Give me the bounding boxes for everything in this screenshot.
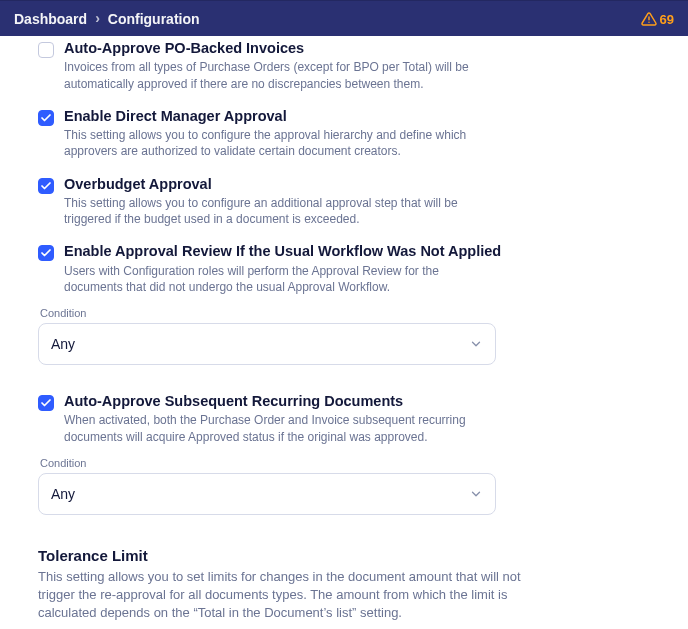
breadcrumb-separator: ›: [95, 10, 100, 26]
option-desc: This setting allows you to configure the…: [64, 127, 494, 159]
condition-select-1[interactable]: Any: [38, 323, 496, 365]
option-approval-review: Enable Approval Review If the Usual Work…: [38, 239, 650, 297]
option-desc: Invoices from all types of Purchase Orde…: [64, 59, 494, 91]
option-title: Enable Approval Review If the Usual Work…: [64, 243, 650, 260]
condition-value-1: Any: [51, 336, 75, 352]
checkbox-approval-review[interactable]: [38, 245, 54, 261]
option-desc: Users with Configuration roles will perf…: [64, 263, 494, 295]
checkbox-overbudget[interactable]: [38, 178, 54, 194]
breadcrumb-current: Configuration: [108, 11, 200, 27]
breadcrumb-root[interactable]: Dashboard: [14, 11, 87, 27]
option-title: Auto-Approve Subsequent Recurring Docume…: [64, 393, 650, 410]
option-auto-approve-po: Auto-Approve PO-Backed Invoices Invoices…: [38, 36, 650, 94]
option-desc: This setting allows you to configure an …: [64, 195, 494, 227]
config-card: Auto-Approve PO-Backed Invoices Invoices…: [0, 36, 688, 629]
condition-label-1: Condition: [40, 307, 650, 319]
tolerance-desc: This setting allows you to set limits fo…: [38, 568, 558, 623]
option-title: Enable Direct Manager Approval: [64, 108, 650, 125]
chevron-down-icon: [469, 337, 483, 351]
condition-value-2: Any: [51, 486, 75, 502]
condition-label-2: Condition: [40, 457, 650, 469]
option-title: Auto-Approve PO-Backed Invoices: [64, 40, 650, 57]
checkbox-recurring[interactable]: [38, 395, 54, 411]
top-navbar: Dashboard › Configuration 69: [0, 0, 688, 38]
option-overbudget: Overbudget Approval This setting allows …: [38, 172, 650, 230]
chevron-down-icon: [469, 487, 483, 501]
option-desc: When activated, both the Purchase Order …: [64, 412, 494, 444]
warning-count: 69: [660, 12, 674, 27]
option-direct-manager: Enable Direct Manager Approval This sett…: [38, 104, 650, 162]
checkbox-auto-approve-po[interactable]: [38, 42, 54, 58]
checkbox-direct-manager[interactable]: [38, 110, 54, 126]
warning-indicator[interactable]: 69: [641, 11, 674, 27]
warning-triangle-icon: [641, 11, 657, 27]
option-title: Overbudget Approval: [64, 176, 650, 193]
option-recurring: Auto-Approve Subsequent Recurring Docume…: [38, 389, 650, 447]
tolerance-title: Tolerance Limit: [38, 547, 650, 564]
condition-select-2[interactable]: Any: [38, 473, 496, 515]
